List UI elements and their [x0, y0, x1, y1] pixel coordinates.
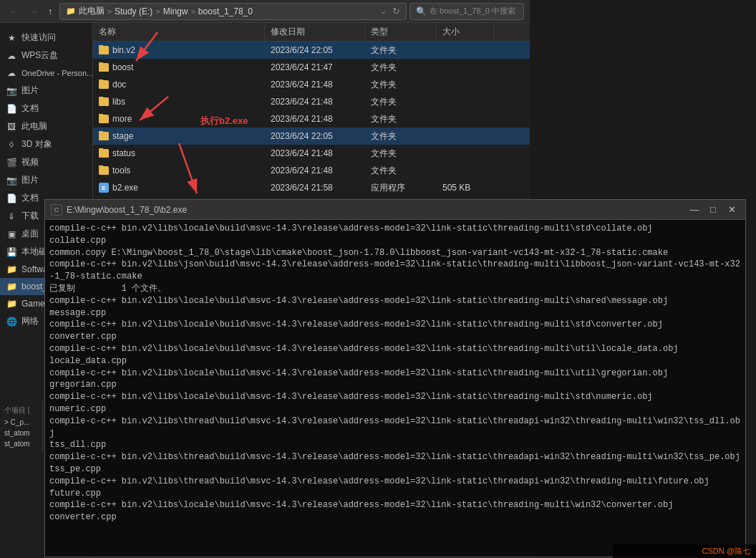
folder-icon	[99, 80, 109, 89]
watermark: CSDN @陈七	[613, 544, 756, 558]
file-name: doc	[112, 80, 126, 90]
folder-icon: 📁	[6, 281, 17, 292]
file-date-cell: 2023/6/24 21:58	[265, 183, 365, 193]
folder-icon	[99, 46, 109, 54]
column-headers: 名称 修改日期 类型 大小	[93, 23, 530, 42]
sidebar-item-video[interactable]: 🎬 视频	[0, 153, 92, 171]
file-date-cell: 2023/6/24 21:47	[265, 62, 365, 72]
minimize-button[interactable]: —	[687, 203, 702, 216]
back-button[interactable]: ←	[6, 4, 22, 18]
file-date-cell: 2023/6/24 21:48	[265, 97, 365, 107]
terminal-title-bar: C E:\Mingw\boost_1_78_0\b2.exe — □ ✕	[45, 200, 745, 220]
terminal-line: tss_pe.cpp	[49, 463, 741, 476]
file-row[interactable]: bin.v2 2023/6/24 22:05 文件夹	[93, 42, 530, 59]
file-name-cell: doc	[93, 80, 265, 90]
sidebar-item-quickaccess[interactable]: ★ 快速访问	[0, 29, 92, 47]
desk-icon: ▣	[6, 229, 17, 240]
col-type[interactable]: 类型	[365, 23, 437, 41]
file-name: tools	[112, 165, 130, 175]
breadcrumb-pc[interactable]: 此电脑	[79, 5, 105, 17]
terminal-controls: — □ ✕	[687, 203, 740, 216]
sidebar-label: 文档	[21, 192, 39, 204]
file-name-cell: stage	[93, 131, 265, 141]
sidebar-label: 桌面	[21, 228, 39, 240]
breadcrumb-mingw[interactable]: Mingw	[163, 6, 188, 16]
search-bar[interactable]: 🔍 在 boost_1_78_0 中搜索	[410, 3, 524, 20]
terminal-content[interactable]: compile-c-c++ bin.v2\libs\locale\build\m…	[45, 220, 745, 557]
terminal-line: compile-c-c++ bin.v2\libs\json\build\msv…	[49, 259, 741, 283]
file-row[interactable]: doc 2023/6/24 21:48 文件夹	[93, 76, 530, 93]
sidebar-item-onedrive[interactable]: ☁ OneDrive - Person...	[0, 64, 92, 82]
terminal-line: common.copy E:\Mingw\boost_1_78_0\stage\…	[49, 247, 741, 259]
file-type-cell: 文件夹	[365, 79, 437, 91]
sidebar-label: 视频	[21, 156, 39, 168]
breadcrumb-study[interactable]: Study (E:)	[115, 6, 152, 16]
address-bar[interactable]: 📁 此电脑 > Study (E:) > Mingw > boost_1_78_…	[59, 3, 407, 20]
file-type-cell: 文件夹	[365, 130, 437, 143]
doc-icon: 📄	[6, 193, 17, 204]
folder-icon: 📁	[6, 264, 17, 275]
sidebar-label: 此电脑	[21, 120, 47, 133]
maximize-button[interactable]: □	[705, 203, 721, 216]
file-row[interactable]: libs 2023/6/24 21:48 文件夹	[93, 93, 530, 110]
file-date-cell: 2023/6/24 21:48	[265, 148, 365, 158]
file-type-cell: 文件夹	[365, 62, 437, 74]
sidebar-label: OneDrive - Person...	[21, 69, 92, 77]
cloud-icon: ☁	[6, 67, 17, 79]
file-type-cell: 文件夹	[365, 96, 437, 108]
file-size-cell: 505 KB	[437, 183, 494, 193]
file-row[interactable]: tools 2023/6/24 21:48 文件夹	[93, 162, 530, 179]
file-row-stage[interactable]: stage 2023/6/24 22:05 文件夹	[93, 128, 530, 145]
panel-st-atom2: st_atom	[1, 438, 41, 449]
file-type-cell: 文件夹	[365, 165, 437, 177]
sidebar-item-docs[interactable]: 📄 文档	[0, 100, 92, 117]
terminal-title: E:\Mingw\boost_1_78_0\b2.exe	[67, 205, 682, 215]
folder-icon	[99, 97, 109, 106]
terminal-line: future.cpp	[49, 488, 741, 500]
image-icon: 📷	[6, 175, 17, 186]
video-icon: 🎬	[6, 157, 17, 168]
forward-button[interactable]: →	[25, 4, 42, 18]
sidebar-item-pictures2[interactable]: 📷 图片	[0, 171, 92, 189]
file-row[interactable]: status 2023/6/24 21:48 文件夹	[93, 145, 530, 162]
folder-icon	[99, 63, 109, 72]
terminal-line: locale_data.cpp	[49, 355, 741, 367]
file-type-cell: 文件夹	[365, 148, 437, 160]
search-placeholder: 在 boost_1_78_0 中搜索	[430, 6, 515, 16]
file-name: status	[112, 148, 135, 158]
sidebar-item-pictures[interactable]: 📷 图片	[0, 82, 92, 100]
col-date[interactable]: 修改日期	[265, 23, 365, 41]
folder-icon	[99, 149, 109, 158]
panel-cpp[interactable]: > C_p...	[1, 417, 41, 428]
file-type-cell: 文件夹	[365, 113, 437, 125]
breadcrumb-boost[interactable]: boost_1_78_0	[198, 6, 253, 16]
file-row[interactable]: more 2023/6/24 21:48 文件夹	[93, 110, 530, 128]
terminal-line: compile-c-c++ bin.v2\libs\thread\build\m…	[49, 415, 741, 440]
file-row[interactable]: boost 2023/6/24 21:47 文件夹	[93, 59, 530, 76]
sidebar-item-wps[interactable]: ☁ WPS云盘	[0, 47, 92, 64]
sidebar-item-thispc[interactable]: 🖼 此电脑	[0, 117, 92, 135]
sidebar-label: 3D 对象	[21, 138, 52, 150]
col-name[interactable]: 名称	[93, 23, 265, 41]
disk-icon: 💾	[6, 246, 17, 258]
terminal-line: converter.cpp	[49, 511, 741, 524]
col-size[interactable]: 大小	[437, 23, 494, 41]
sidebar-item-3d[interactable]: ◊ 3D 对象	[0, 135, 92, 153]
file-name: bin.v2	[112, 45, 135, 55]
terminal-window: C E:\Mingw\boost_1_78_0\b2.exe — □ ✕ com…	[44, 199, 746, 557]
terminal-line: collate.cpp	[49, 235, 741, 247]
file-row-b2exe[interactable]: E b2.exe 2023/6/24 21:58 应用程序 505 KB	[93, 179, 530, 196]
file-type-cell: 文件夹	[365, 44, 437, 57]
terminal-line: compile-c-c++ bin.v2\libs\thread\build\m…	[49, 451, 741, 463]
terminal-line: numeric.cpp	[49, 403, 741, 415]
file-name: stage	[112, 131, 133, 141]
doc-icon: 📄	[6, 103, 17, 115]
left-panel: 个项目 | > C_p... st_atom st_atom	[0, 401, 43, 452]
terminal-line: gregorian.cpp	[49, 379, 741, 391]
up-button[interactable]: ↑	[44, 4, 57, 18]
file-name: libs	[112, 97, 125, 107]
file-name: more	[112, 114, 132, 124]
folder-icon: 📁	[6, 298, 17, 309]
search-icon: 🔍	[416, 6, 427, 16]
close-button[interactable]: ✕	[724, 203, 740, 216]
